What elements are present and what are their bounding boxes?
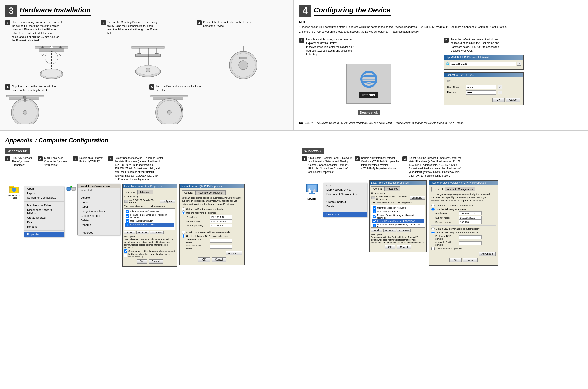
notify-check[interactable]: Notify me when this connection has limit… <box>124 253 175 258</box>
win7-la-tab-advanced[interactable]: Advanced <box>385 186 400 191</box>
list-item-client[interactable]: Client for Microsoft Networks <box>125 210 174 213</box>
win7-uninstall-btn[interactable]: Uninstall <box>383 229 396 232</box>
preferred-dns-input[interactable] <box>210 239 232 243</box>
tcpip-checkbox[interactable] <box>126 223 129 226</box>
username-input[interactable] <box>466 85 496 89</box>
win7-list-qos[interactable]: Qos Packet Scheduler <box>372 210 424 214</box>
win7-gw-input[interactable] <box>459 220 482 224</box>
win7-dns-static-input[interactable] <box>431 231 435 234</box>
show-icon-checkbox[interactable] <box>124 249 127 253</box>
win7-ip-auto[interactable]: Obtain an IP address automatically <box>431 204 496 207</box>
win7-validate-checkbox[interactable] <box>431 247 435 250</box>
win7-properties-btn[interactable]: Properties <box>397 229 411 232</box>
client-checkbox[interactable] <box>126 210 129 213</box>
win7-ip-auto-input[interactable] <box>431 204 435 207</box>
xp-advanced-button[interactable]: Advanced <box>226 251 242 255</box>
win7-ip-tab-alternate[interactable]: Alternate Configuration <box>445 187 475 191</box>
login-ok-button[interactable]: OK <box>492 98 505 102</box>
address-input[interactable]: 192.168.1.253 <box>450 62 516 66</box>
my-network-places-icon[interactable]: My Network Places <box>5 184 23 199</box>
dns-auto-radio[interactable]: Obtain DNS server address automatically <box>182 231 242 234</box>
win7-validate-check[interactable]: Validate settings upon exit <box>431 247 496 250</box>
w7-ctx-open[interactable]: Open <box>323 183 367 187</box>
ctx-delete[interactable]: Delete <box>24 220 64 224</box>
win7-list-client[interactable]: Client for Microsoft Networks <box>372 206 424 210</box>
win7-ip-ok-button[interactable]: OK <box>449 258 462 262</box>
dns-static-radio[interactable]: Use the following DNS server addresses <box>182 234 242 238</box>
w7-ctx-map[interactable]: Map Network Drive... <box>323 187 367 192</box>
install-button[interactable]: Install... <box>124 231 135 234</box>
qos-checkbox[interactable] <box>126 219 129 223</box>
win7-install-btn[interactable]: Install... <box>371 229 382 232</box>
la-status-item[interactable]: Status <box>78 200 120 204</box>
ip-auto-radio[interactable]: Obtain an IP address automatically <box>182 207 242 211</box>
ctx-shortcut[interactable]: Create Shortcut <box>24 215 64 220</box>
ctx-open[interactable]: Open <box>24 186 64 191</box>
win7-ok-button[interactable]: OK <box>385 245 395 249</box>
w7-ctx-properties[interactable]: Properties <box>323 212 367 217</box>
win7-advanced-button[interactable]: Advanced <box>479 252 496 256</box>
dns-static-input[interactable] <box>182 234 185 238</box>
win7-dns-static[interactable]: Use the following DNS server addresses <box>431 231 496 234</box>
ip-auto-input[interactable] <box>182 207 185 211</box>
win7-subnet-input[interactable] <box>459 216 482 220</box>
la-properties[interactable]: Properties <box>78 230 120 235</box>
list-item-qos[interactable]: Qos Packet Scheduler <box>125 219 174 223</box>
win7-ip-input[interactable] <box>459 211 482 215</box>
la-bridge[interactable]: Bridge Connections <box>78 209 120 213</box>
ctx-map[interactable]: Map Network Drive... <box>24 203 64 208</box>
win7-la-tab-general[interactable]: General <box>371 186 385 191</box>
ip-ok-button[interactable]: OK <box>198 257 210 262</box>
win7-list-ipv4[interactable]: Internet Protocol Version 4(TCP/IPv4) <box>372 219 424 223</box>
win7-ip-cancel-button[interactable]: Cancel <box>463 258 477 262</box>
ip-addr-input[interactable] <box>210 215 232 219</box>
configure-button[interactable]: Configure... <box>160 200 175 203</box>
w7-ctx-shortcut[interactable]: Create Shortcut <box>323 200 367 204</box>
w7-ipv4-check[interactable] <box>373 220 376 223</box>
win7-dns-auto-input[interactable] <box>431 227 435 230</box>
ip-static-input[interactable] <box>182 211 185 214</box>
la-shortcut[interactable]: Create Shortcut <box>78 213 120 218</box>
la-rename[interactable]: Rename <box>78 223 120 227</box>
list-item-tcpip[interactable]: Internet Protocol (TCP/IP) <box>125 223 174 227</box>
la-delete[interactable]: Delete <box>78 218 120 223</box>
ip-subnet-input[interactable] <box>210 219 232 223</box>
ip-tab-alternate[interactable]: Alternate Configuration <box>195 190 226 195</box>
w7-ctx-delete[interactable]: Delete <box>323 204 367 209</box>
win7-ip-static-input[interactable] <box>431 208 435 211</box>
ctx-explore[interactable]: Explore <box>24 191 64 195</box>
ctx-rename[interactable]: Rename <box>24 224 64 229</box>
uninstall-button[interactable]: Uninstall <box>136 231 149 234</box>
w7-mapper-check[interactable] <box>373 224 376 227</box>
win7-dns-auto[interactable]: Obtain DNS server address automatically <box>431 227 496 230</box>
w7-client-check[interactable] <box>373 206 376 210</box>
win7-configure-button[interactable]: Configure... <box>410 196 425 200</box>
w7-qos-check[interactable] <box>373 210 376 213</box>
properties-button[interactable]: Properties <box>150 231 164 234</box>
ip-gw-input[interactable] <box>210 224 232 227</box>
dns-auto-input[interactable] <box>182 231 185 234</box>
notify-checkbox[interactable] <box>124 254 127 257</box>
la-repair[interactable]: Repair <box>78 204 120 209</box>
win7-ip-tab-general[interactable]: General <box>431 187 445 192</box>
win7-cancel-button[interactable]: Cancel <box>397 245 411 249</box>
go-btn[interactable]: ✓ <box>517 62 521 66</box>
win7-list-mapper[interactable]: Link-Layer Topology Discovery Mapper I/O… <box>372 223 424 228</box>
ctx-disconnect[interactable]: Disconnect Network Drive... <box>24 208 64 215</box>
ip-static-radio[interactable]: Use the following IP address: <box>182 211 242 214</box>
alternate-dns-input[interactable] <box>210 245 232 249</box>
w7-fpsharing-check[interactable] <box>373 215 376 218</box>
login-cancel-button[interactable]: Cancel <box>506 98 520 102</box>
la-tab-advanced[interactable]: Advanced <box>138 190 153 194</box>
win7-alternate-input[interactable] <box>459 241 482 245</box>
ctx-properties[interactable]: Properties <box>24 232 64 237</box>
list-item-fpsharing[interactable]: File and Printer Sharing for Microsoft N… <box>125 213 174 219</box>
la-disable[interactable]: Disable <box>78 195 120 200</box>
ip-cancel-button[interactable]: Cancel <box>212 257 226 262</box>
ctx-search[interactable]: Search for Computers... <box>24 195 64 200</box>
password-input[interactable] <box>466 90 496 95</box>
la-cancel-button[interactable]: Cancel <box>149 259 163 264</box>
win7-list-fpsharing[interactable]: File and Printer Sharing for Microsoft N… <box>372 214 424 219</box>
win7-ip-static[interactable]: Use the following IP address: <box>431 208 496 211</box>
win7-network-icon[interactable]: Network <box>302 183 322 200</box>
